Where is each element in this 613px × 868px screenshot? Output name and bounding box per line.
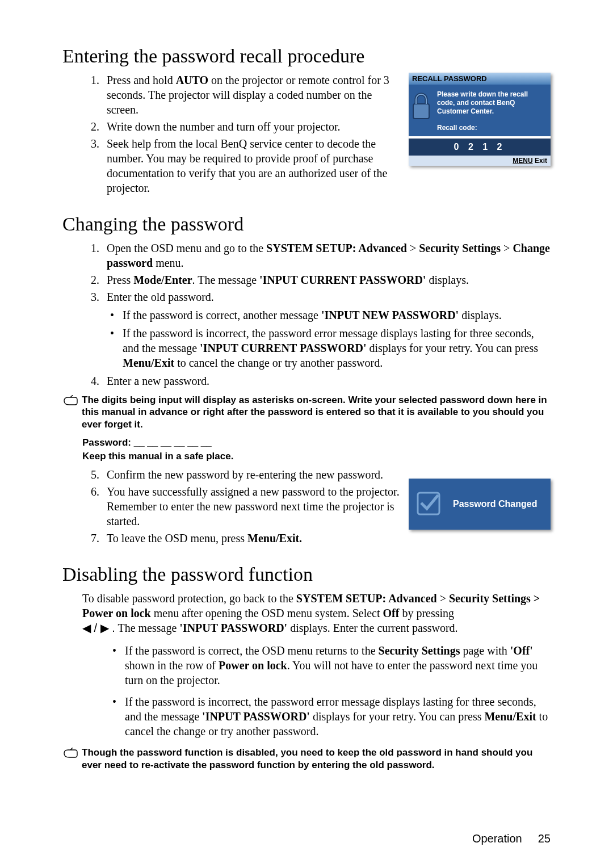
recall-dialog-footer: MENU Exit bbox=[409, 156, 551, 166]
page-footer: Operation25 bbox=[472, 832, 551, 845]
keep-manual-line: Keep this manual in a safe place. bbox=[82, 450, 551, 463]
s2-step-4: Enter a new password. bbox=[102, 374, 551, 388]
checkmark-icon bbox=[415, 489, 443, 519]
s1-step-3: Seek help from the local BenQ service ce… bbox=[102, 136, 402, 195]
password-blank-line: Password: __ __ __ __ __ __ bbox=[82, 436, 551, 450]
s2-step-3: Enter the old password. If the password … bbox=[102, 290, 551, 370]
hand-pointer-icon bbox=[62, 395, 79, 409]
s3-sub2: If the password is incorrect, the passwo… bbox=[125, 694, 551, 739]
hand-pointer-icon bbox=[62, 748, 79, 761]
svg-rect-0 bbox=[413, 104, 429, 119]
recall-code-value: 0 2 1 2 bbox=[409, 139, 551, 156]
password-changed-dialog: Password Changed bbox=[409, 479, 551, 530]
heading-disabling-password: Disabling the password function bbox=[62, 564, 551, 585]
s1-step-1: Press and hold AUTO on the projector or … bbox=[102, 73, 402, 117]
s3-sub1: If the password is correct, the OSD menu… bbox=[125, 643, 551, 687]
heading-changing-password: Changing the password bbox=[62, 213, 551, 235]
password-changed-text: Password Changed bbox=[453, 499, 537, 509]
footer-section-label: Operation bbox=[472, 832, 522, 845]
page-number: 25 bbox=[538, 832, 551, 845]
s2-step-7: To leave the OSD menu, press Menu/Exit. bbox=[102, 531, 402, 546]
s2-step-5: Confirm the new password by re-entering … bbox=[102, 467, 402, 482]
heading-entering-recall: Entering the password recall procedure bbox=[62, 45, 551, 67]
s1-step-2: Write down the number and turn off your … bbox=[102, 119, 402, 134]
s2-step-2: Press Mode/Enter. The message 'INPUT CUR… bbox=[102, 272, 551, 287]
recall-dialog-title: RECALL PASSWORD bbox=[409, 73, 551, 85]
s2-sub3b: If the password is incorrect, the passwo… bbox=[123, 326, 551, 370]
lock-icon bbox=[411, 90, 431, 123]
s3-para: To disable password protection, go back … bbox=[82, 591, 551, 635]
recall-dialog-msg: Please write down the recall code, and c… bbox=[437, 90, 546, 116]
recall-password-dialog: RECALL PASSWORD Please write down the re… bbox=[409, 73, 551, 166]
s2-step-6: You have successfully assigned a new pas… bbox=[102, 484, 402, 529]
s2-note1: The digits being input will display as a… bbox=[82, 394, 551, 430]
left-right-arrow-icon: ◀ / ▶ . bbox=[82, 622, 115, 634]
s3-note2: Though the password function is disabled… bbox=[82, 747, 551, 771]
s2-step-1: Open the OSD menu and go to the SYSTEM S… bbox=[102, 241, 551, 270]
s2-sub3a: If the password is correct, another mess… bbox=[123, 308, 551, 322]
recall-code-label: Recall code: bbox=[437, 124, 546, 132]
